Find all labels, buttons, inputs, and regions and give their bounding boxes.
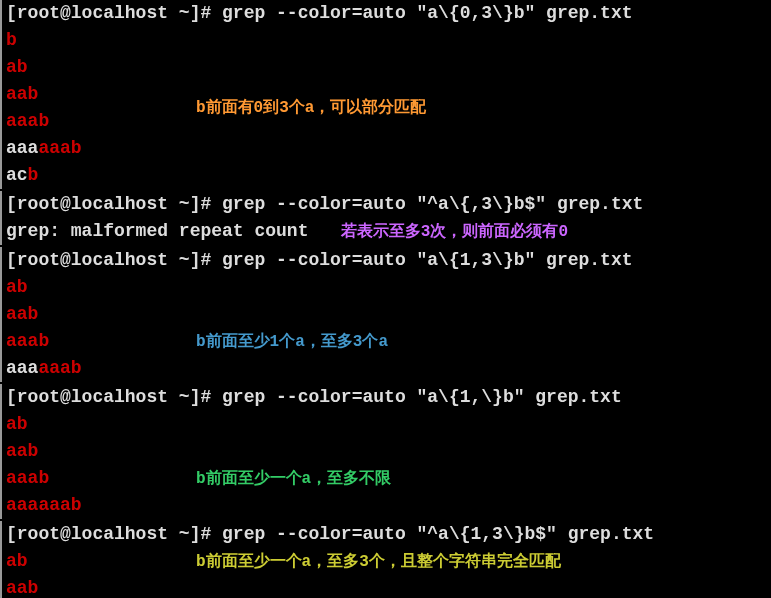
command-text: grep --color=auto "a\{1,\}b" grep.txt bbox=[222, 387, 622, 407]
output-line: aaaaaab bbox=[6, 355, 771, 382]
shell-prompt: [root@localhost ~]# bbox=[6, 250, 222, 270]
output-line: aaaaaab bbox=[6, 135, 771, 162]
grep-match: b bbox=[28, 165, 39, 185]
annotation: 若表示至多3次，则前面必须有0 bbox=[341, 223, 568, 241]
terminal-output: [root@localhost ~]# grep --color=auto "a… bbox=[0, 0, 771, 598]
command-block: [root@localhost ~]# grep --color=auto "a… bbox=[0, 247, 771, 382]
output-line: aaabb前面至少1个a，至多3个a bbox=[6, 328, 771, 355]
output-line: grep: malformed repeat count 若表示至多3次，则前面… bbox=[6, 218, 771, 245]
output-line: ab bbox=[6, 411, 771, 438]
annotation: b前面至少1个a，至多3个a bbox=[196, 330, 388, 354]
grep-match: aaab bbox=[38, 358, 81, 378]
command-line: [root@localhost ~]# grep --color=auto "a… bbox=[6, 247, 771, 274]
command-block: [root@localhost ~]# grep --color=auto "^… bbox=[0, 521, 771, 598]
output-line: aaaaaab bbox=[6, 492, 771, 519]
grep-match: aaab bbox=[38, 138, 81, 158]
shell-prompt: [root@localhost ~]# bbox=[6, 387, 222, 407]
grep-match: aab bbox=[6, 304, 38, 324]
shell-prompt: [root@localhost ~]# bbox=[6, 524, 222, 544]
command-block: [root@localhost ~]# grep --color=auto "a… bbox=[0, 0, 771, 189]
output-line: acb bbox=[6, 162, 771, 189]
command-line: [root@localhost ~]# grep --color=auto "a… bbox=[6, 384, 771, 411]
grep-match: ab bbox=[6, 57, 28, 77]
grep-match: ab bbox=[6, 551, 28, 571]
command-line: [root@localhost ~]# grep --color=auto "a… bbox=[6, 0, 771, 27]
annotation: b前面至少一个a，至多3个，且整个字符串完全匹配 bbox=[196, 550, 561, 574]
command-line: [root@localhost ~]# grep --color=auto "^… bbox=[6, 191, 771, 218]
output-line: ab bbox=[6, 274, 771, 301]
command-block: [root@localhost ~]# grep --color=auto "^… bbox=[0, 191, 771, 245]
grep-match: aab bbox=[6, 578, 38, 598]
shell-prompt: [root@localhost ~]# bbox=[6, 194, 222, 214]
grep-match: ab bbox=[6, 414, 28, 434]
output-text: aaa bbox=[6, 138, 38, 158]
command-block: [root@localhost ~]# grep --color=auto "a… bbox=[0, 384, 771, 519]
grep-match: aab bbox=[6, 84, 38, 104]
output-text: grep: malformed repeat count bbox=[6, 221, 341, 241]
command-text: grep --color=auto "^a\{,3\}b$" grep.txt bbox=[222, 194, 643, 214]
output-line: b bbox=[6, 27, 771, 54]
shell-prompt: [root@localhost ~]# bbox=[6, 3, 222, 23]
output-line: aab bbox=[6, 575, 771, 598]
grep-match: ab bbox=[6, 277, 28, 297]
grep-match: b bbox=[6, 30, 17, 50]
grep-match: aab bbox=[6, 441, 38, 461]
output-line: abb前面至少一个a，至多3个，且整个字符串完全匹配 bbox=[6, 548, 771, 575]
output-line: ab bbox=[6, 54, 771, 81]
annotation: b前面至少一个a，至多不限 bbox=[196, 467, 391, 491]
output-line: aaabb前面有0到3个a，可以部分匹配 bbox=[6, 108, 771, 135]
grep-match: aaab bbox=[6, 331, 49, 351]
command-text: grep --color=auto "a\{1,3\}b" grep.txt bbox=[222, 250, 632, 270]
output-line: aab bbox=[6, 438, 771, 465]
annotation: b前面有0到3个a，可以部分匹配 bbox=[196, 96, 426, 120]
grep-match: aaab bbox=[6, 111, 49, 131]
grep-match: aaab bbox=[6, 468, 49, 488]
output-text: aaa bbox=[6, 358, 38, 378]
command-text: grep --color=auto "^a\{1,3\}b$" grep.txt bbox=[222, 524, 654, 544]
command-text: grep --color=auto "a\{0,3\}b" grep.txt bbox=[222, 3, 632, 23]
grep-match: aaaaaab bbox=[6, 495, 82, 515]
command-line: [root@localhost ~]# grep --color=auto "^… bbox=[6, 521, 771, 548]
output-line: aaabb前面至少一个a，至多不限 bbox=[6, 465, 771, 492]
output-line: aab bbox=[6, 301, 771, 328]
output-text: ac bbox=[6, 165, 28, 185]
